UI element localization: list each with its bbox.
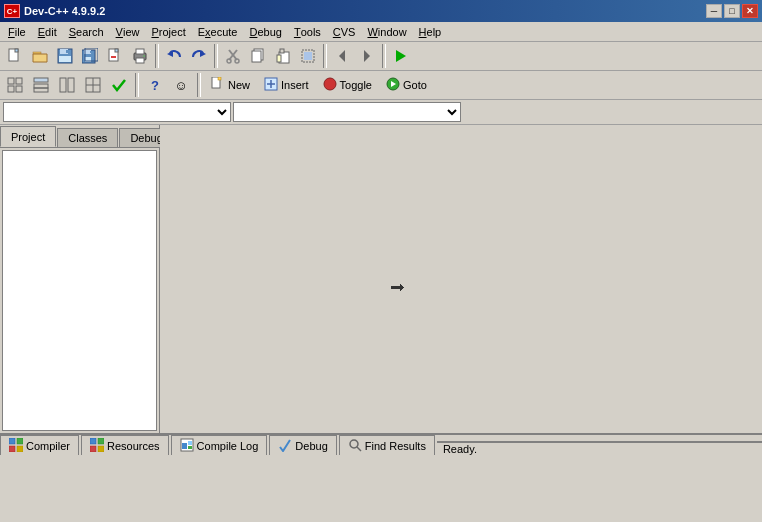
- toolbar2-sep-2: [197, 73, 201, 97]
- toolbar-secondary: ? ☺ New Insert Toggle Goto: [0, 71, 762, 99]
- compiler-tab-label: Compiler: [26, 440, 70, 452]
- status-ready-text: Ready.: [443, 443, 477, 455]
- svg-rect-65: [188, 446, 192, 449]
- svg-rect-57: [9, 446, 15, 452]
- svg-rect-6: [59, 56, 71, 62]
- resources-tab-label: Resources: [107, 440, 160, 452]
- svg-rect-26: [252, 51, 261, 62]
- new-doc-icon: [211, 77, 225, 93]
- save-button[interactable]: [53, 44, 77, 68]
- menu-help[interactable]: Help: [413, 22, 448, 41]
- svg-rect-31: [304, 52, 312, 60]
- find-results-tab-label: Find Results: [365, 440, 426, 452]
- copy-button[interactable]: [246, 44, 270, 68]
- close-file-button[interactable]: [103, 44, 127, 68]
- title-bar: C+ Dev-C++ 4.9.9.2 ─ □ ✕: [0, 0, 762, 22]
- redo-button[interactable]: [187, 44, 211, 68]
- menu-file[interactable]: File: [2, 22, 32, 41]
- check-btn[interactable]: [107, 73, 131, 97]
- right-dropdown[interactable]: [233, 102, 461, 122]
- svg-rect-35: [8, 78, 14, 84]
- svg-rect-66: [188, 441, 192, 445]
- tab-debug-bottom[interactable]: Debug: [269, 435, 336, 455]
- tab-project[interactable]: Project: [0, 126, 56, 147]
- svg-rect-40: [34, 84, 48, 88]
- new-text-label: New: [228, 79, 250, 91]
- smile-button[interactable]: ☺: [169, 73, 193, 97]
- tab-resources[interactable]: Resources: [81, 435, 169, 455]
- svg-point-23: [227, 59, 231, 63]
- svg-rect-62: [98, 446, 104, 452]
- close-button[interactable]: ✕: [742, 4, 758, 18]
- toggle-text-label: Toggle: [340, 79, 372, 91]
- minimize-button[interactable]: ─: [706, 4, 722, 18]
- grid-btn-4[interactable]: [81, 73, 105, 97]
- compile-log-icon: [180, 438, 194, 454]
- title-bar-left: C+ Dev-C++ 4.9.9.2: [4, 4, 105, 18]
- toolbar2-sep-1: [135, 73, 139, 97]
- tab-find-results[interactable]: Find Results: [339, 435, 435, 455]
- project-tree: [2, 150, 157, 431]
- svg-rect-42: [60, 78, 66, 92]
- menu-debug[interactable]: Debug: [243, 22, 287, 41]
- cut-button[interactable]: [221, 44, 245, 68]
- svg-rect-13: [115, 49, 118, 52]
- svg-rect-5: [66, 50, 68, 53]
- menu-cvs[interactable]: CVS: [327, 22, 362, 41]
- open-button[interactable]: [28, 44, 52, 68]
- dropdown-bar: [0, 100, 762, 125]
- svg-marker-33: [364, 50, 370, 62]
- editor-area[interactable]: ⮕: [160, 125, 762, 433]
- select-all-button[interactable]: [296, 44, 320, 68]
- tab-compile-log[interactable]: Compile Log: [171, 435, 268, 455]
- svg-rect-39: [34, 78, 48, 82]
- svg-rect-17: [136, 58, 144, 63]
- tab-classes[interactable]: Classes: [57, 128, 118, 147]
- svg-rect-56: [17, 438, 23, 444]
- svg-rect-29: [277, 55, 281, 62]
- menu-execute[interactable]: Execute: [192, 22, 244, 41]
- prev-button[interactable]: [330, 44, 354, 68]
- svg-rect-61: [90, 446, 96, 452]
- help-icon-button[interactable]: ?: [143, 73, 167, 97]
- svg-rect-48: [218, 77, 221, 80]
- svg-rect-55: [9, 438, 15, 444]
- menu-window[interactable]: Window: [361, 22, 412, 41]
- menu-tools[interactable]: Tools: [288, 22, 327, 41]
- menu-bar: File Edit Search View Project Execute De…: [0, 22, 762, 42]
- menu-project[interactable]: Project: [145, 22, 191, 41]
- paste-button[interactable]: [271, 44, 295, 68]
- toggle-text-button[interactable]: Toggle: [317, 73, 378, 97]
- toolbar-main: [0, 42, 762, 71]
- left-dropdown[interactable]: [3, 102, 231, 122]
- compiler-icon: [9, 438, 23, 454]
- svg-point-52: [324, 78, 336, 90]
- toolbar-sep-2: [214, 44, 218, 68]
- goto-icon: [386, 77, 400, 93]
- grid-btn-3[interactable]: [55, 73, 79, 97]
- menu-edit[interactable]: Edit: [32, 22, 63, 41]
- grid-btn-1[interactable]: [3, 73, 27, 97]
- menu-view[interactable]: View: [110, 22, 146, 41]
- tab-compiler[interactable]: Compiler: [0, 435, 79, 455]
- print-button[interactable]: [128, 44, 152, 68]
- svg-rect-60: [98, 438, 104, 444]
- undo-button[interactable]: [162, 44, 186, 68]
- insert-text-button[interactable]: Insert: [258, 73, 315, 97]
- svg-point-67: [350, 440, 358, 448]
- new-text-button[interactable]: New: [205, 73, 256, 97]
- svg-rect-28: [280, 49, 284, 53]
- grid-btn-2[interactable]: [29, 73, 53, 97]
- toolbar-sep-1: [155, 44, 159, 68]
- svg-rect-64: [182, 443, 187, 449]
- run-button[interactable]: [389, 44, 413, 68]
- new-file-button[interactable]: [3, 44, 27, 68]
- maximize-button[interactable]: □: [724, 4, 740, 18]
- save-all-button[interactable]: [78, 44, 102, 68]
- goto-text-button[interactable]: Goto: [380, 73, 433, 97]
- toolbar-sep-3: [323, 44, 327, 68]
- find-results-icon: [348, 438, 362, 454]
- svg-rect-9: [90, 51, 92, 53]
- menu-search[interactable]: Search: [63, 22, 110, 41]
- next-button[interactable]: [355, 44, 379, 68]
